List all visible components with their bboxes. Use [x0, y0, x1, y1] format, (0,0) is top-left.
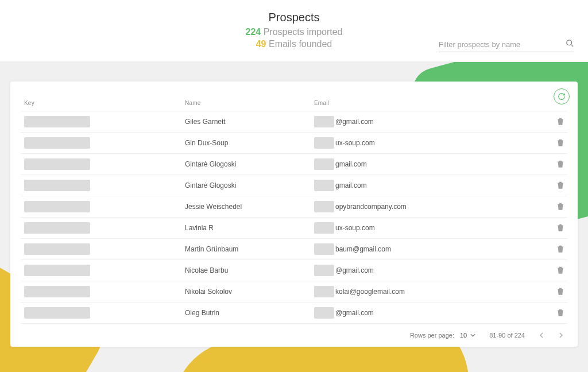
redacted-key: [24, 265, 90, 276]
redacted-email-prefix: [314, 265, 334, 276]
redacted-key: [24, 116, 90, 127]
next-page-button[interactable]: [558, 332, 564, 338]
cell-email: ux-soup.com: [314, 222, 541, 234]
cell-email: gmail.com: [314, 158, 541, 170]
table-body: Giles Garnett@gmail.comGin Dux-Soupux-so…: [21, 111, 567, 324]
delete-button[interactable]: [557, 117, 564, 125]
cell-email: kolai@googlemail.com: [314, 286, 541, 297]
chevron-right-icon: [558, 332, 564, 338]
rows-per-page-select[interactable]: 10: [460, 332, 475, 339]
table-row: Martin Grünbaumbaum@gmail.com: [21, 238, 567, 259]
table-row: Lavinia Rux-soup.com: [21, 217, 567, 238]
redacted-email-prefix: [314, 158, 334, 170]
cell-actions: [541, 138, 564, 148]
th-name: Name: [185, 100, 314, 106]
redacted-email-prefix: [314, 180, 334, 191]
table-row: Giles Garnett@gmail.com: [21, 111, 567, 132]
cell-actions: [541, 160, 564, 169]
delete-button[interactable]: [557, 181, 564, 189]
svg-line-1: [571, 44, 573, 46]
cell-name: Nikolai Sokolov: [185, 288, 314, 296]
email-suffix: ux-soup.com: [335, 139, 375, 147]
cell-email: ux-soup.com: [314, 137, 541, 149]
cell-name: Gintarė Glogoski: [185, 181, 314, 189]
cell-email: @gmail.com: [314, 265, 541, 276]
rows-per-page-label: Rows per page:: [410, 332, 454, 339]
cell-key: [24, 222, 185, 234]
cell-name: Gin Dux-Soup: [185, 139, 314, 147]
redacted-key: [24, 180, 90, 191]
svg-point-0: [567, 40, 572, 45]
email-suffix: opybrandcompany.com: [335, 203, 407, 211]
delete-button[interactable]: [557, 223, 564, 231]
email-suffix: ux-soup.com: [335, 224, 375, 232]
table-header: Key Name Email: [21, 90, 567, 111]
redacted-key: [24, 286, 90, 297]
delete-button[interactable]: [557, 266, 564, 274]
refresh-button[interactable]: [554, 88, 570, 104]
redacted-email-prefix: [314, 222, 334, 234]
email-suffix: @gmail.com: [335, 118, 374, 126]
email-suffix: gmail.com: [335, 181, 367, 189]
cell-email: opybrandcompany.com: [314, 201, 541, 212]
cell-actions: [541, 181, 564, 191]
th-email: Email: [314, 100, 541, 106]
cell-actions: [541, 117, 564, 127]
stats-summary: 224 Prospects imported 49 Emails founded: [246, 26, 343, 51]
email-suffix: gmail.com: [335, 160, 367, 168]
cell-actions: [541, 266, 564, 276]
chevron-left-icon: [539, 332, 544, 338]
delete-button[interactable]: [557, 287, 564, 295]
chevron-down-icon: [470, 334, 475, 337]
redacted-key: [24, 201, 90, 212]
redacted-key: [24, 158, 90, 170]
search-icon[interactable]: [566, 39, 574, 50]
redacted-key: [24, 307, 90, 319]
delete-button[interactable]: [557, 138, 564, 146]
pagination-nav: [539, 332, 564, 338]
redacted-key: [24, 243, 90, 255]
filter-input[interactable]: [439, 40, 566, 49]
redacted-email-prefix: [314, 243, 334, 255]
delete-button[interactable]: [557, 308, 564, 316]
cell-email: gmail.com: [314, 180, 541, 191]
cell-key: [24, 286, 185, 297]
prev-page-button[interactable]: [539, 332, 544, 338]
delete-button[interactable]: [557, 245, 564, 253]
prospects-table: Key Name Email Giles Garnett@gmail.comGi…: [21, 90, 567, 324]
cell-actions: [541, 223, 564, 233]
cell-actions: [541, 245, 564, 254]
pagination-range: 81-90 of 224: [489, 332, 525, 339]
stat-imported: 224 Prospects imported: [246, 26, 343, 38]
stat-founded-count: 49: [256, 39, 266, 49]
cell-key: [24, 243, 185, 255]
redacted-email-prefix: [314, 201, 334, 212]
redacted-email-prefix: [314, 137, 334, 149]
table-row: Nikolai Sokolovkolai@googlemail.com: [21, 281, 567, 302]
stat-founded: 49 Emails founded: [246, 38, 343, 51]
delete-button[interactable]: [557, 202, 564, 210]
table-row: Gintarė Glogoskigmail.com: [21, 175, 567, 196]
header-bar: Prospects 224 Prospects imported 49 Emai…: [0, 0, 588, 62]
cell-name: Lavinia R: [185, 224, 314, 232]
email-suffix: kolai@googlemail.com: [335, 288, 405, 296]
email-suffix: @gmail.com: [335, 309, 374, 317]
delete-button[interactable]: [557, 160, 564, 168]
cell-key: [24, 201, 185, 212]
redacted-key: [24, 222, 90, 234]
cell-name: Giles Garnett: [185, 118, 314, 126]
cell-key: [24, 180, 185, 191]
rows-per-page: Rows per page: 10: [410, 332, 475, 339]
cell-key: [24, 137, 185, 149]
cell-actions: [541, 308, 564, 318]
cell-actions: [541, 287, 564, 297]
cell-key: [24, 265, 185, 276]
th-key: Key: [24, 100, 185, 106]
filter-container: [439, 39, 574, 52]
redacted-email-prefix: [314, 307, 334, 319]
redacted-email-prefix: [314, 286, 334, 297]
cell-name: Martin Grünbaum: [185, 245, 314, 253]
cell-name: Jessie Weischedel: [185, 203, 314, 211]
rows-per-page-value: 10: [460, 332, 467, 339]
cell-email: @gmail.com: [314, 116, 541, 127]
